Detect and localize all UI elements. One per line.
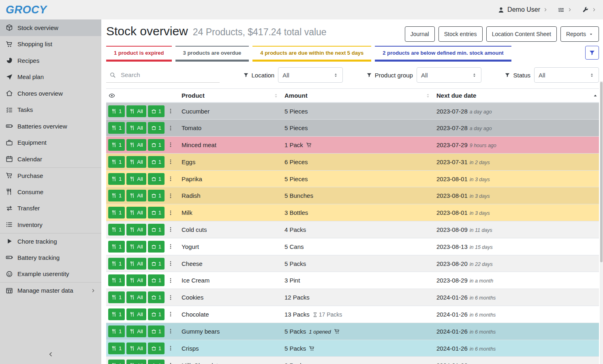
header-action-button[interactable]: Reports	[560, 26, 599, 42]
consume-all-button[interactable]: All	[126, 139, 146, 151]
open-one-button[interactable]: 1	[148, 190, 165, 201]
row-menu-button[interactable]	[166, 226, 175, 233]
open-one-button[interactable]: 1	[148, 308, 165, 320]
column-header-product[interactable]: Product	[182, 89, 284, 103]
sidebar-item[interactable]: Battery tracking	[0, 249, 101, 266]
open-one-button[interactable]: 1	[148, 122, 165, 134]
consume-all-button[interactable]: All	[126, 258, 146, 270]
row-menu-button[interactable]	[166, 260, 175, 267]
consume-all-button[interactable]: All	[126, 360, 146, 364]
consume-one-button[interactable]: 1	[108, 343, 125, 354]
row-menu-button[interactable]	[166, 328, 175, 334]
scrollbar-thumb[interactable]	[600, 82, 603, 262]
sidebar-item[interactable]: Stock overview	[0, 19, 101, 36]
consume-all-button[interactable]: All	[126, 105, 146, 117]
row-menu-button[interactable]	[166, 294, 175, 301]
header-action-button[interactable]: Journal	[405, 26, 435, 42]
status-bar[interactable]: 2 products are below defined min. stock …	[375, 46, 511, 62]
consume-one-button[interactable]: 1	[108, 139, 125, 151]
sidebar-item[interactable]: Tasks	[0, 102, 101, 118]
row-menu-button[interactable]	[166, 345, 175, 351]
open-one-button[interactable]: 1	[148, 325, 165, 337]
consume-one-button[interactable]: 1	[108, 308, 125, 320]
header-action-button[interactable]: Stock entries	[438, 26, 483, 42]
row-menu-button[interactable]	[166, 210, 175, 216]
consume-all-button[interactable]: All	[126, 224, 146, 236]
open-one-button[interactable]: 1	[148, 241, 165, 253]
open-one-button[interactable]: 1	[148, 139, 165, 151]
consume-all-button[interactable]: All	[126, 325, 146, 337]
row-menu-button[interactable]	[166, 243, 175, 250]
consume-all-button[interactable]: All	[126, 122, 146, 134]
consume-one-button[interactable]: 1	[108, 325, 125, 337]
consume-all-button[interactable]: All	[126, 308, 146, 320]
consume-one-button[interactable]: 1	[108, 105, 125, 117]
app-logo[interactable]: GROCY	[0, 4, 101, 16]
consume-all-button[interactable]: All	[126, 173, 146, 185]
consume-one-button[interactable]: 1	[108, 173, 125, 185]
sidebar-item[interactable]: Equipment	[0, 135, 101, 151]
consume-one-button[interactable]: 1	[108, 258, 125, 270]
consume-one-button[interactable]: 1	[108, 122, 125, 134]
column-header-amount[interactable]: Amount	[284, 89, 436, 103]
sidebar-item[interactable]: Chores overview	[0, 85, 101, 102]
open-one-button[interactable]: 1	[148, 224, 165, 236]
sidebar-item[interactable]: Shopping list	[0, 36, 101, 53]
consume-all-button[interactable]: All	[126, 274, 146, 286]
consume-all-button[interactable]: All	[126, 156, 146, 168]
row-menu-button[interactable]	[166, 141, 175, 148]
column-visibility-toggle[interactable]	[106, 89, 182, 103]
sidebar-item[interactable]: Example userentity	[0, 266, 101, 283]
consume-one-button[interactable]: 1	[108, 241, 125, 253]
consume-one-button[interactable]: 1	[108, 274, 125, 286]
open-one-button[interactable]: 1	[148, 291, 165, 303]
consume-one-button[interactable]: 1	[108, 291, 125, 303]
search-input[interactable]	[121, 71, 218, 78]
sidebar-item[interactable]: Recipes	[0, 52, 101, 69]
sidebar-item[interactable]: Purchase	[0, 167, 101, 184]
open-one-button[interactable]: 1	[148, 105, 165, 117]
row-menu-button[interactable]	[166, 277, 175, 284]
sidebar-item[interactable]: Batteries overview	[0, 118, 101, 135]
open-one-button[interactable]: 1	[148, 156, 165, 168]
open-one-button[interactable]: 1	[148, 173, 165, 185]
consume-one-button[interactable]: 1	[108, 224, 125, 236]
consume-all-button[interactable]: All	[126, 241, 146, 253]
consume-one-button[interactable]: 1	[108, 360, 125, 364]
open-one-button[interactable]: 1	[148, 258, 165, 270]
sidebar-item[interactable]: Manage master data	[0, 282, 101, 299]
sidebar-item[interactable]: Transfer	[0, 200, 101, 217]
open-one-button[interactable]: 1	[148, 207, 165, 218]
column-header-due-date[interactable]: Next due date	[436, 89, 599, 103]
settings-menu[interactable]	[558, 6, 572, 13]
consume-one-button[interactable]: 1	[108, 156, 125, 168]
status-bar[interactable]: 4 products are due within the next 5 day…	[252, 46, 371, 62]
clear-filters-button[interactable]	[585, 46, 599, 60]
open-one-button[interactable]: 1	[148, 360, 165, 364]
user-menu[interactable]: Demo User	[498, 6, 548, 13]
sidebar-item[interactable]: Calendar	[0, 151, 101, 167]
row-menu-button[interactable]	[166, 125, 175, 131]
row-menu-button[interactable]	[166, 158, 175, 165]
status-bar[interactable]: 3 products are overdue	[175, 46, 249, 62]
filter-select[interactable]: All	[534, 67, 599, 83]
row-menu-button[interactable]	[166, 176, 175, 182]
sidebar-collapse-button[interactable]	[0, 345, 101, 364]
consume-all-button[interactable]: All	[126, 190, 146, 201]
consume-one-button[interactable]: 1	[108, 190, 125, 201]
open-one-button[interactable]: 1	[148, 343, 165, 354]
sidebar-item[interactable]: Consume	[0, 184, 101, 200]
consume-all-button[interactable]: All	[126, 207, 146, 218]
admin-menu[interactable]	[582, 6, 597, 13]
filter-select[interactable]: All	[417, 67, 481, 83]
consume-one-button[interactable]: 1	[108, 207, 125, 218]
row-menu-button[interactable]	[166, 108, 175, 114]
row-menu-button[interactable]	[166, 362, 175, 364]
consume-all-button[interactable]: All	[126, 291, 146, 303]
status-bar[interactable]: 1 product is expired	[106, 46, 172, 62]
sidebar-item[interactable]: Chore tracking	[0, 233, 101, 250]
header-action-button[interactable]: Location Content Sheet	[486, 26, 557, 42]
row-menu-button[interactable]	[166, 193, 175, 199]
sidebar-item[interactable]: Meal plan	[0, 69, 101, 86]
filter-select[interactable]: All	[278, 67, 343, 83]
